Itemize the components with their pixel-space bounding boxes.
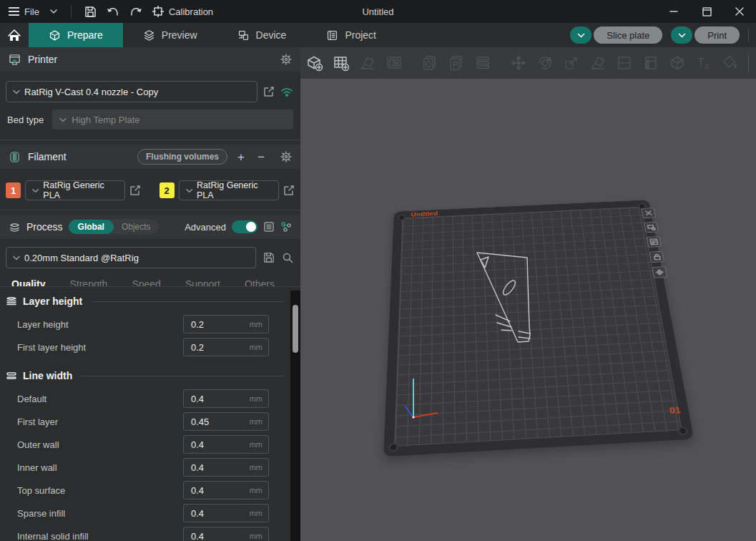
file-menu[interactable]: File (9, 6, 39, 17)
svg-text:T: T (697, 57, 705, 69)
text-tool-icon[interactable]: T a (695, 54, 712, 72)
slice-plate-button[interactable]: Slice plate (594, 26, 662, 44)
line-width-icon (6, 371, 17, 380)
default-line-width-input[interactable]: 0.4 mm (183, 389, 269, 408)
top-surface-line-width-input[interactable]: 0.4 mm (183, 481, 269, 499)
bed-type-select[interactable]: High Temp Plate (52, 109, 293, 130)
scrollbar-thumb[interactable] (293, 305, 298, 353)
minimize-button[interactable] (657, 0, 690, 23)
sidebar: Printer RatRig V-Cast 0.4 nozzle - Copy … (0, 47, 300, 541)
param-row: Inner wall 0.4 mm (0, 456, 300, 479)
plate-name-icon[interactable] (647, 236, 662, 248)
auto-orient-icon[interactable] (359, 54, 376, 72)
scrollbar[interactable] (290, 291, 300, 541)
layers-icon[interactable] (474, 54, 491, 72)
parameter-table-icon[interactable] (263, 221, 275, 233)
mesh-repair-icon[interactable] (669, 54, 686, 72)
tab-prepare[interactable]: Prepare (29, 23, 123, 47)
divider (71, 5, 72, 18)
filament-2-badge[interactable]: 2 (159, 182, 175, 198)
color-paint-icon[interactable] (722, 54, 739, 72)
flushing-volumes-button[interactable]: Flushing volumes (137, 149, 227, 165)
printer-preset-select[interactable]: RatRig V-Cast 0.4 nozzle - Copy (6, 81, 257, 102)
param-label: Layer height (0, 319, 183, 330)
prepare-icon (49, 29, 61, 42)
edit-filament-1-icon[interactable] (129, 185, 141, 196)
edit-filament-2-icon[interactable] (283, 185, 295, 196)
save-icon[interactable] (84, 6, 97, 18)
param-row: First layer 0.45 mm (0, 410, 300, 433)
arrange-icon[interactable] (386, 54, 403, 72)
close-button[interactable] (723, 0, 756, 23)
print-button[interactable]: Print (694, 26, 740, 44)
tab-project[interactable]: Project (306, 23, 396, 47)
tab-device-label: Device (256, 29, 287, 41)
outer-wall-line-width-input[interactable]: 0.4 mm (183, 435, 269, 454)
tab-preview[interactable]: Preview (123, 23, 217, 47)
remove-filament-button[interactable]: − (255, 151, 267, 163)
plate-number-label: 01 (669, 405, 682, 416)
tab-device[interactable]: Device (217, 23, 307, 47)
scope-objects-button[interactable]: Objects (114, 220, 159, 234)
process-section-header: Process Global Objects Advanced (0, 215, 300, 239)
divider (0, 210, 300, 210)
edit-printer-icon[interactable] (263, 86, 275, 97)
first-layer-line-width-input[interactable]: 0.45 mm (183, 412, 269, 431)
arrange-plate-icon[interactable] (644, 222, 659, 233)
plate-settings-icon[interactable] (652, 266, 667, 278)
viewport-toolbar: T a (300, 47, 756, 79)
calibration-icon (152, 6, 164, 17)
advanced-toggle[interactable] (232, 220, 257, 233)
param-label: Top surface (0, 485, 183, 496)
undo-icon[interactable] (107, 6, 119, 17)
cut-icon[interactable] (616, 54, 633, 72)
printer-settings-gear-icon[interactable] (280, 54, 292, 65)
copy-icon[interactable] (421, 54, 438, 72)
paste-icon[interactable] (448, 54, 465, 72)
calibration-button[interactable]: Calibration (152, 6, 213, 17)
filament-1-badge[interactable]: 1 (6, 182, 21, 198)
lock-plate-icon[interactable] (649, 251, 664, 263)
add-object-icon[interactable] (306, 54, 323, 72)
param-row: Internal solid infill 0.4 mm (0, 525, 300, 541)
scope-global-button[interactable]: Global (69, 220, 114, 234)
internal-solid-infill-line-width-input[interactable]: 0.4 mm (183, 527, 269, 541)
filament-1-select[interactable]: RatRig Generic PLA (25, 180, 125, 200)
add-plate-icon[interactable] (333, 54, 350, 72)
printer-connection-wifi-icon[interactable] (280, 87, 293, 97)
print-options-button[interactable] (671, 26, 692, 44)
sparse-infill-line-width-input[interactable]: 0.4 mm (183, 504, 269, 522)
object-list-icon[interactable] (280, 221, 292, 233)
printer-icon (9, 54, 21, 66)
chevron-down-icon (59, 117, 67, 122)
inner-wall-line-width-input[interactable]: 0.4 mm (183, 458, 269, 477)
process-preset-select[interactable]: 0.20mm Standard @RatRig (6, 247, 256, 268)
maximize-button[interactable] (690, 0, 723, 23)
save-preset-icon[interactable] (263, 252, 275, 263)
chevron-down-icon (13, 255, 20, 260)
viewport-3d[interactable]: Untitled 01 (300, 79, 756, 541)
filament-2-select[interactable]: RatRig Generic PLA (179, 180, 279, 200)
rotate-icon[interactable] (536, 54, 554, 72)
slice-split-button: Slice plate (570, 26, 662, 44)
slice-options-button[interactable] (570, 26, 591, 44)
file-menu-chevron-icon[interactable] (49, 9, 58, 14)
process-scope-toggle: Global Objects (69, 220, 159, 234)
redo-icon[interactable] (129, 6, 142, 17)
first-layer-height-input[interactable]: 0.2 mm (183, 338, 269, 356)
lay-flat-icon[interactable] (589, 54, 607, 72)
delete-plate-icon[interactable] (641, 208, 656, 218)
search-preset-icon[interactable] (282, 252, 293, 263)
layer-height-input[interactable]: 0.2 mm (183, 315, 269, 333)
scale-icon[interactable] (563, 54, 580, 72)
add-filament-button[interactable]: + (235, 151, 247, 163)
preview-icon (143, 29, 155, 42)
support-paint-icon[interactable] (642, 54, 659, 72)
advanced-label: Advanced (185, 222, 226, 233)
home-button[interactable] (0, 23, 29, 47)
build-plate[interactable]: Untitled 01 (383, 200, 694, 457)
chevron-down-icon (186, 188, 192, 193)
filament-settings-gear-icon[interactable] (280, 151, 292, 162)
move-icon[interactable] (510, 54, 527, 72)
viewport-pane: T a Untitled 01 (300, 47, 756, 541)
